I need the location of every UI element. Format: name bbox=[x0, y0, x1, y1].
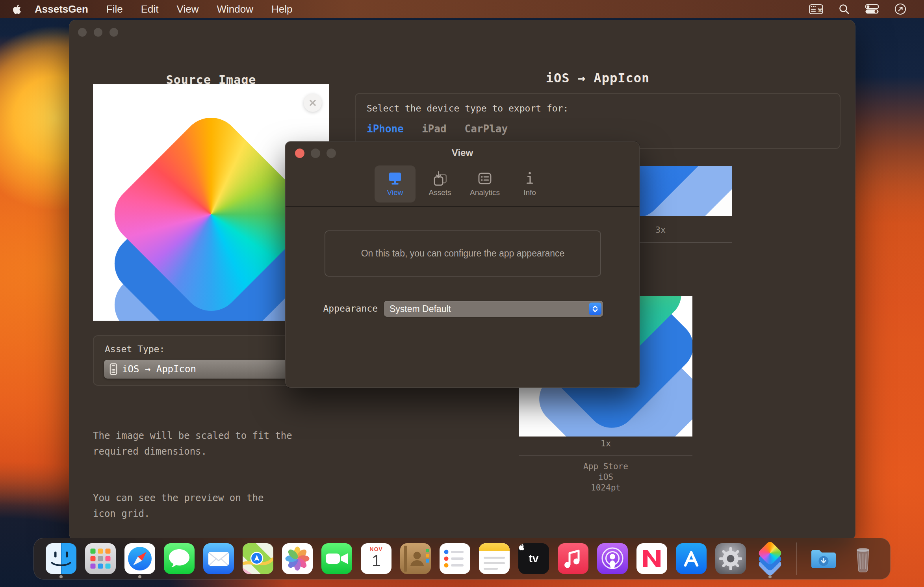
download-square-icon bbox=[431, 169, 449, 188]
dock-appletv-icon[interactable]: tv bbox=[518, 543, 549, 574]
dock: NOV 1 bbox=[33, 538, 891, 580]
dock-music-icon[interactable] bbox=[558, 543, 588, 574]
dock-downloads-folder-icon[interactable] bbox=[808, 543, 839, 574]
dialog-title: View bbox=[286, 142, 639, 164]
phone-icon bbox=[109, 363, 117, 375]
description-line-2: You can see the preview on the icon grid… bbox=[93, 490, 392, 522]
menu-window[interactable]: Window bbox=[217, 3, 253, 15]
window-traffic-lights bbox=[78, 28, 118, 37]
remove-source-image-button[interactable] bbox=[304, 94, 322, 112]
tab-description-box: On this tab, you can configure the app a… bbox=[325, 230, 601, 277]
menu-view[interactable]: View bbox=[177, 3, 199, 15]
dock-assetsgen-icon[interactable] bbox=[755, 543, 785, 574]
location-arrow-icon[interactable] bbox=[894, 3, 907, 15]
dock-contacts-icon[interactable] bbox=[400, 543, 431, 574]
device-tab-ipad[interactable]: iPad bbox=[422, 123, 447, 135]
tab-description-text: On this tab, you can configure the app a… bbox=[361, 248, 565, 259]
preview-1x-caption: App Store iOS 1024pt bbox=[519, 461, 692, 493]
preview-3x-label: 3x bbox=[637, 225, 684, 235]
dock-separator bbox=[796, 542, 797, 575]
minimize-window-button[interactable] bbox=[94, 28, 102, 37]
command-palette-icon[interactable]: ⌘ bbox=[809, 4, 823, 15]
preview-1x-label: 1x bbox=[566, 438, 645, 448]
dock-appstore-icon[interactable] bbox=[676, 543, 707, 574]
dock-maps-icon[interactable] bbox=[243, 543, 273, 574]
calendar-month: NOV bbox=[361, 546, 391, 552]
tab-info-label: Info bbox=[523, 188, 536, 197]
appearance-value: System Default bbox=[390, 301, 451, 317]
tab-view-label: View bbox=[387, 188, 403, 197]
svg-text:⌘: ⌘ bbox=[817, 7, 822, 13]
dock-launchpad-icon[interactable] bbox=[85, 543, 116, 574]
preferences-dialog: View View bbox=[285, 141, 640, 388]
menu-help[interactable]: Help bbox=[271, 3, 292, 15]
dock-safari-icon[interactable] bbox=[124, 543, 155, 574]
close-icon bbox=[309, 99, 317, 107]
dock-calendar-icon[interactable]: NOV 1 bbox=[361, 543, 391, 574]
device-type-panel: Select the device type to export for: iP… bbox=[355, 93, 841, 149]
asset-type-value: iOS → AppIcon bbox=[122, 364, 196, 375]
spotlight-search-icon[interactable] bbox=[838, 3, 850, 15]
dock-podcasts-icon[interactable] bbox=[597, 543, 628, 574]
device-select-label: Select the device type to export for: bbox=[367, 103, 568, 113]
apple-logo-icon bbox=[518, 543, 525, 551]
tab-assets-label: Assets bbox=[429, 188, 451, 197]
dock-photos-icon[interactable] bbox=[282, 543, 313, 574]
dock-facetime-icon[interactable] bbox=[321, 543, 352, 574]
tv-label: tv bbox=[529, 552, 539, 565]
toolbar-divider bbox=[286, 206, 639, 207]
dock-notes-icon[interactable] bbox=[479, 543, 510, 574]
export-title: iOS → AppIcon bbox=[355, 71, 841, 85]
dialog-toolbar-tabs: View Assets bbox=[286, 165, 639, 202]
info-icon bbox=[521, 169, 538, 188]
asset-type-label: Asset Type: bbox=[105, 344, 165, 354]
close-window-button[interactable] bbox=[78, 28, 87, 37]
tab-view[interactable]: View bbox=[375, 165, 416, 202]
tab-analytics-label: Analytics bbox=[470, 188, 500, 197]
tab-analytics[interactable]: Analytics bbox=[464, 165, 505, 202]
description-text: The image will be scaled to fit the requ… bbox=[93, 412, 392, 537]
dock-system-settings-icon[interactable] bbox=[715, 543, 746, 574]
zoom-window-button[interactable] bbox=[109, 28, 118, 37]
description-line-1: The image will be scaled to fit the requ… bbox=[93, 428, 392, 459]
dock-finder-icon[interactable] bbox=[46, 543, 76, 574]
dock-mail-icon[interactable] bbox=[203, 543, 234, 574]
tab-info[interactable]: Info bbox=[509, 165, 550, 202]
device-tab-carplay[interactable]: CarPlay bbox=[465, 123, 508, 135]
menu-file[interactable]: File bbox=[106, 3, 123, 15]
preview-separator bbox=[519, 455, 692, 456]
dock-reminders-icon[interactable] bbox=[440, 543, 470, 574]
device-tab-iphone[interactable]: iPhone bbox=[367, 123, 404, 135]
apple-logo-icon bbox=[13, 4, 21, 15]
appearance-label: Appearance bbox=[286, 301, 378, 316]
monitor-icon bbox=[386, 169, 404, 188]
menu-bar: AssetsGen File Edit View Window Help ⌘ bbox=[0, 0, 924, 18]
device-tabs: iPhone iPad CarPlay bbox=[367, 123, 508, 135]
running-indicator bbox=[768, 575, 772, 578]
list-rectangle-icon bbox=[476, 169, 494, 188]
running-indicator bbox=[59, 575, 63, 578]
dock-messages-icon[interactable] bbox=[164, 543, 195, 574]
dock-trash-icon[interactable] bbox=[848, 543, 878, 574]
running-indicator bbox=[138, 575, 141, 578]
control-center-icon[interactable] bbox=[865, 4, 879, 14]
appearance-select[interactable]: System Default bbox=[384, 301, 603, 317]
menu-edit[interactable]: Edit bbox=[141, 3, 159, 15]
apple-menu[interactable] bbox=[13, 4, 21, 15]
calendar-day: 1 bbox=[361, 552, 391, 570]
menu-app-name[interactable]: AssetsGen bbox=[35, 3, 88, 15]
tab-assets[interactable]: Assets bbox=[419, 165, 460, 202]
dock-news-icon[interactable] bbox=[636, 543, 667, 574]
desktop: Source Image Asset Type: bbox=[0, 0, 924, 587]
select-chevrons-icon[interactable] bbox=[589, 303, 601, 315]
